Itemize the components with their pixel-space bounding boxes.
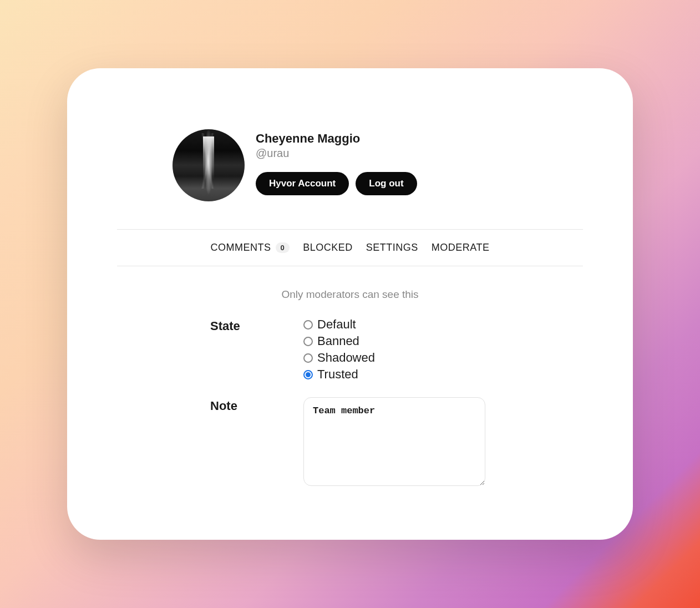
moderate-form: State Default Banned Shadowed Trusted — [117, 317, 583, 486]
tab-blocked[interactable]: BLOCKED — [303, 242, 353, 254]
profile-card: Cheyenne Maggio @urau Hyvor Account Log … — [67, 68, 633, 540]
state-option-trusted[interactable]: Trusted — [303, 367, 375, 382]
radio-icon-checked — [303, 370, 313, 379]
state-option-default[interactable]: Default — [303, 317, 375, 332]
profile-header: Cheyenne Maggio @urau Hyvor Account Log … — [117, 129, 583, 201]
tabs: COMMENTS 0 BLOCKED SETTINGS MODERATE — [117, 230, 583, 266]
profile-info: Cheyenne Maggio @urau Hyvor Account Log … — [256, 129, 417, 201]
radio-icon — [303, 337, 313, 346]
logout-button[interactable]: Log out — [356, 172, 417, 195]
tab-settings[interactable]: SETTINGS — [366, 242, 418, 254]
state-option-label: Default — [317, 317, 356, 332]
tab-moderate[interactable]: MODERATE — [432, 242, 490, 254]
hyvor-account-button[interactable]: Hyvor Account — [256, 172, 349, 195]
avatar[interactable] — [173, 129, 245, 201]
note-textarea[interactable] — [303, 397, 485, 486]
radio-icon — [303, 353, 313, 363]
tab-comments[interactable]: COMMENTS 0 — [211, 242, 290, 254]
moderator-visibility-note: Only moderators can see this — [117, 288, 583, 301]
radio-icon — [303, 320, 313, 330]
state-option-label: Trusted — [317, 367, 358, 382]
comments-count-badge: 0 — [276, 242, 290, 253]
profile-handle: @urau — [256, 147, 417, 160]
profile-name: Cheyenne Maggio — [256, 131, 417, 146]
note-label: Note — [210, 397, 303, 486]
state-option-shadowed[interactable]: Shadowed — [303, 351, 375, 365]
state-label: State — [210, 317, 303, 382]
note-row: Note — [210, 397, 583, 486]
state-option-label: Shadowed — [317, 351, 375, 365]
state-row: State Default Banned Shadowed Trusted — [210, 317, 583, 382]
tab-comments-label: COMMENTS — [211, 242, 271, 254]
state-option-banned[interactable]: Banned — [303, 334, 375, 348]
profile-actions: Hyvor Account Log out — [256, 172, 417, 195]
tabs-container: COMMENTS 0 BLOCKED SETTINGS MODERATE — [117, 229, 583, 266]
state-radio-group: Default Banned Shadowed Trusted — [303, 317, 375, 382]
state-option-label: Banned — [317, 334, 359, 348]
